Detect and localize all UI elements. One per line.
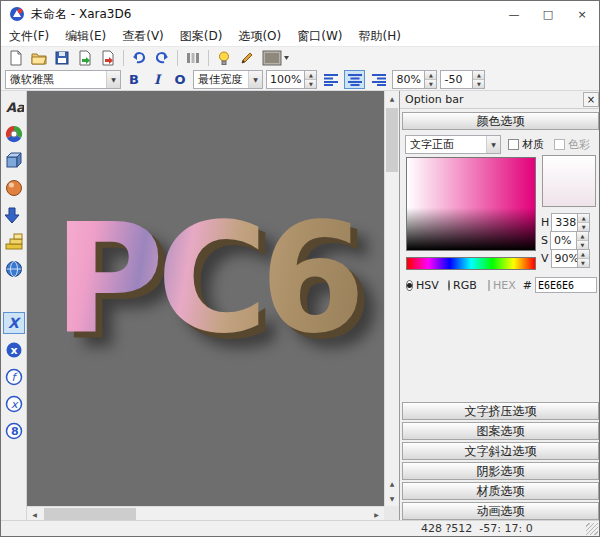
italic-button[interactable]: I (147, 70, 167, 89)
hue-spinner[interactable]: 338° ▲ ▼ (551, 213, 590, 232)
scale-value: 100% (266, 70, 304, 89)
columns-button[interactable] (182, 48, 204, 68)
redo-button[interactable] (151, 48, 173, 68)
spin-down-icon[interactable]: ▼ (578, 222, 589, 231)
color-picker-field[interactable] (406, 157, 536, 251)
close-button[interactable]: × (565, 1, 599, 27)
position-tool-button[interactable]: X (3, 312, 25, 334)
section-texture-options[interactable]: 材质选项 (402, 482, 599, 500)
kerning-spinner[interactable]: -50 ▲ ▼ (440, 70, 485, 89)
spin-up-icon[interactable]: ▲ (578, 214, 589, 222)
menu-file[interactable]: 文件(F) (1, 27, 57, 46)
section-shadow-options[interactable]: 阴影选项 (402, 462, 599, 480)
toolbar-separator (123, 50, 124, 66)
align-center-button[interactable] (344, 70, 365, 89)
chevron-down-icon: ▼ (106, 71, 120, 88)
spin-up-icon[interactable]: ▲ (473, 71, 484, 79)
spinner-buttons: ▲ ▼ (576, 231, 589, 250)
undo-button[interactable] (128, 48, 150, 68)
bevel-options-button[interactable] (3, 177, 25, 199)
minimize-button[interactable]: — (497, 1, 531, 27)
hue-slider[interactable] (406, 257, 536, 270)
texture-options-button[interactable] (3, 231, 25, 253)
titlebar[interactable]: 未命名 - Xara3D6 — □ × (1, 1, 599, 27)
spin-down-icon[interactable]: ▼ (425, 79, 436, 88)
spin-down-icon[interactable]: ▼ (305, 79, 316, 88)
color-wheel-icon (5, 125, 23, 143)
texture-preview-button[interactable] (259, 48, 293, 68)
resize-grip[interactable] (586, 523, 598, 535)
texture-checkbox[interactable] (508, 139, 519, 150)
value-spinner[interactable]: 90% ▲ ▼ (551, 249, 590, 268)
extrusion-options-button[interactable] (3, 150, 25, 172)
hsv-radio[interactable] (406, 280, 413, 291)
align-right-button[interactable] (368, 70, 389, 89)
text-options-icon: Aa (4, 98, 24, 116)
align-left-button[interactable] (320, 70, 341, 89)
circle-8-icon: 8 (5, 422, 23, 440)
animation-options-button[interactable] (3, 258, 25, 280)
saturation-spinner[interactable]: 0% ▲ ▼ (550, 231, 589, 250)
vertical-scroll-track[interactable] (385, 106, 399, 476)
outline-button[interactable]: O (170, 70, 190, 89)
window-title: 未命名 - Xara3D6 (31, 6, 131, 23)
text-options-button[interactable]: Aa (3, 96, 25, 118)
option-bar-titlebar[interactable]: Option bar × (400, 91, 600, 109)
export-image-button[interactable] (74, 48, 96, 68)
width-mode-select[interactable]: 最佳宽度 ▼ (193, 70, 263, 89)
maximize-button[interactable]: □ (531, 1, 565, 27)
spin-down-icon[interactable]: ▼ (577, 240, 588, 249)
pencil-button[interactable] (236, 48, 258, 68)
spin-up-icon[interactable]: ▲ (578, 250, 589, 258)
rotate-x-button[interactable]: x (3, 339, 25, 361)
scale-spinner[interactable]: 100% ▲ ▼ (266, 70, 317, 89)
rotate-x2-button[interactable]: x (3, 393, 25, 415)
document-canvas[interactable]: PC6 PC6 (27, 91, 384, 506)
section-color-options[interactable]: 颜色选项 (402, 112, 599, 130)
section-animation-options[interactable]: 动画选项 (402, 502, 599, 520)
color-options-button[interactable] (3, 123, 25, 145)
menu-design[interactable]: 图案(D) (172, 27, 231, 46)
hex-input[interactable] (535, 277, 597, 293)
open-button[interactable] (28, 48, 50, 68)
spin-up-icon[interactable]: ▲ (577, 232, 588, 240)
3d-text[interactable]: PC6 PC6 (53, 203, 358, 355)
save-button[interactable] (51, 48, 73, 68)
section-bevel-options[interactable]: 文字斜边选项 (402, 442, 599, 460)
scroll-up-icon[interactable]: ▲ (385, 91, 399, 106)
scroll-up2-icon[interactable]: ▲ (385, 476, 399, 491)
extrusion-box-icon (5, 152, 23, 170)
export-animation-button[interactable] (97, 48, 119, 68)
lightbulb-button[interactable] (213, 48, 235, 68)
menu-options[interactable]: 选项(O) (230, 27, 289, 46)
toolbar-separator (177, 50, 178, 66)
spin-up-icon[interactable]: ▲ (425, 71, 436, 79)
hex-checkbox (488, 280, 490, 291)
rgb-radio[interactable] (448, 280, 450, 291)
rotate-8-button[interactable]: 8 (3, 420, 25, 442)
option-bar-close-icon[interactable]: × (583, 92, 599, 107)
section-extrusion-options[interactable]: 文字挤压选项 (402, 402, 599, 420)
toolbar-separator (208, 50, 209, 66)
font-select[interactable]: 微软雅黑 ▼ (5, 70, 121, 89)
vertical-scrollbar[interactable]: ▲ ▲ ▼ (384, 91, 399, 506)
spin-down-icon[interactable]: ▼ (578, 258, 589, 267)
menu-window[interactable]: 窗口(W) (289, 27, 350, 46)
section-pattern-options[interactable]: 图案选项 (402, 422, 599, 440)
spin-up-icon[interactable]: ▲ (305, 71, 316, 79)
menu-help[interactable]: 帮助(H) (350, 27, 408, 46)
vertical-scroll-thumb[interactable] (386, 108, 398, 172)
section-label: 图案选项 (477, 423, 525, 440)
open-icon (31, 50, 47, 66)
bold-button[interactable]: B (124, 70, 144, 89)
tracking-spinner[interactable]: 80% ▲ ▼ (392, 70, 437, 89)
menu-view[interactable]: 查看(V) (114, 27, 172, 46)
rotate-f-button[interactable]: f (3, 366, 25, 388)
circle-x-glyph: x (10, 344, 17, 357)
face-select[interactable]: 文字正面 ▼ (405, 135, 501, 154)
menu-edit[interactable]: 编辑(E) (57, 27, 114, 46)
new-button[interactable] (5, 48, 27, 68)
spin-down-icon[interactable]: ▼ (473, 79, 484, 88)
scroll-down-icon[interactable]: ▼ (385, 491, 399, 506)
shadow-options-button[interactable] (3, 204, 25, 226)
